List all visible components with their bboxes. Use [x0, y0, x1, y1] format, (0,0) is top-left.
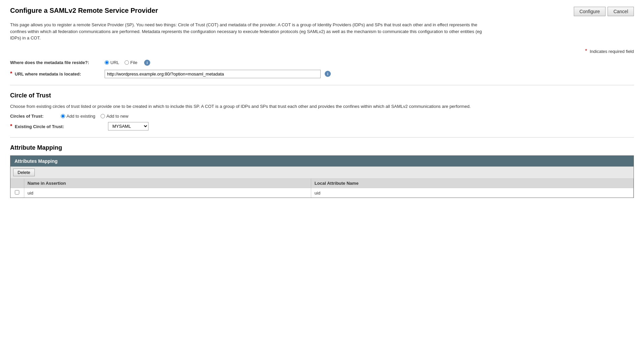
required-star: *: [585, 48, 587, 54]
required-note-row: * Indicates required field: [10, 48, 634, 54]
header-row: Configure a SAMLv2 Remote Service Provid…: [10, 7, 634, 16]
url-input-row: i: [105, 70, 331, 78]
attribute-mapping-section: Attribute Mapping Attributes Mapping Del…: [10, 144, 634, 198]
row-checkbox-cell: [10, 188, 24, 198]
metadata-info-icon[interactable]: i: [144, 60, 150, 66]
table-header-row: Name in Assertion Local Attribute Name: [10, 179, 634, 188]
add-existing-radio-option[interactable]: Add to existing: [61, 114, 95, 119]
configure-button[interactable]: Configure: [574, 7, 606, 16]
existing-cot-required-star: *: [10, 123, 12, 129]
url-info-icon[interactable]: i: [325, 71, 331, 77]
file-radio[interactable]: [125, 60, 129, 65]
existing-cot-label: * Existing Circle of Trust:: [10, 123, 105, 129]
divider-2: [10, 137, 634, 138]
circles-label: Circles of Trust:: [10, 114, 57, 119]
metadata-location-row: Where does the metadata file reside?: UR…: [10, 60, 634, 66]
divider-1: [10, 85, 634, 85]
name-in-assertion-cell: uid: [24, 188, 311, 198]
row-checkbox[interactable]: [15, 190, 19, 195]
file-radio-option[interactable]: File: [125, 60, 137, 65]
url-radio-label: URL: [110, 60, 119, 65]
header-buttons: Configure Cancel: [574, 7, 634, 16]
delete-button[interactable]: Delete: [13, 169, 35, 176]
existing-cot-dropdown[interactable]: MYSAML: [108, 122, 149, 130]
url-field-row: * URL where metadata is located: i: [10, 70, 634, 78]
add-new-radio-option[interactable]: Add to new: [101, 114, 128, 119]
add-new-radio[interactable]: [101, 114, 105, 118]
page-description: This page allows you to register a remot…: [10, 22, 483, 41]
cot-radio-group: Add to existing Add to new: [61, 114, 128, 119]
cot-section-title: Circle of Trust: [10, 92, 634, 99]
url-radio-option[interactable]: URL: [105, 60, 119, 65]
metadata-type-radio-group: URL File i: [105, 60, 150, 66]
add-new-label: Add to new: [106, 114, 128, 119]
file-radio-label: File: [130, 60, 137, 65]
url-radio[interactable]: [105, 60, 109, 65]
table-toolbar: Delete: [10, 167, 634, 179]
url-field-label: * URL where metadata is located:: [10, 71, 105, 77]
attribute-mapping-title: Attribute Mapping: [10, 144, 634, 151]
circles-of-trust-row: Circles of Trust: Add to existing Add to…: [10, 114, 634, 119]
add-existing-label: Add to existing: [66, 114, 95, 119]
cot-section: Circle of Trust Choose from existing cir…: [10, 92, 634, 131]
add-existing-radio[interactable]: [61, 114, 65, 118]
name-in-assertion-header: Name in Assertion: [24, 179, 311, 188]
cancel-button[interactable]: Cancel: [608, 7, 634, 16]
required-note-text: Indicates required field: [590, 49, 634, 54]
local-attribute-name-cell: uid: [311, 188, 633, 198]
url-required-star: *: [10, 71, 12, 77]
attributes-table: Name in Assertion Local Attribute Name u…: [10, 179, 634, 198]
cot-section-description: Choose from existing circles of trust li…: [10, 103, 483, 110]
metadata-location-label: Where does the metadata file reside?:: [10, 60, 105, 65]
metadata-section: Where does the metadata file reside?: UR…: [10, 60, 634, 78]
url-input[interactable]: [105, 70, 321, 78]
page-title: Configure a SAMLv2 Remote Service Provid…: [10, 7, 158, 14]
table-row: uid uid: [10, 188, 634, 198]
local-attribute-name-header: Local Attribute Name: [311, 179, 633, 188]
attributes-table-header: Attributes Mapping: [10, 156, 634, 167]
attributes-table-container: Attributes Mapping Delete Name in Assert…: [10, 155, 634, 198]
checkbox-column-header: [10, 179, 24, 188]
existing-cot-row: * Existing Circle of Trust: MYSAML: [10, 122, 634, 130]
